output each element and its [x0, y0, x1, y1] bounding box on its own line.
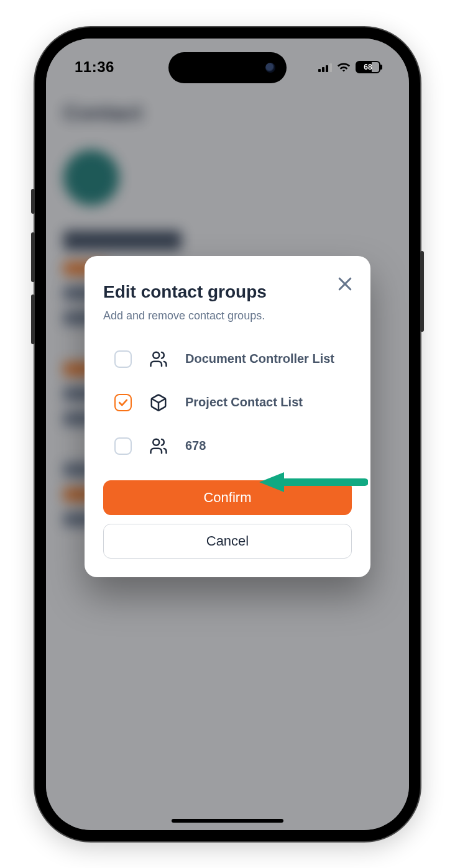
modal-subtitle: Add and remove contact groups. [103, 309, 352, 322]
dynamic-island [168, 52, 287, 83]
checkbox[interactable] [114, 350, 132, 368]
group-list: Document Controller List Project Contact… [114, 350, 352, 455]
people-icon [149, 350, 168, 368]
power-button [420, 251, 424, 332]
cancel-button[interactable]: Cancel [103, 524, 352, 559]
screen: 11:36 68 Contact [46, 39, 409, 830]
phone-frame: 11:36 68 Contact [35, 27, 420, 841]
battery-icon: 68 [356, 61, 380, 73]
group-label: 678 [185, 439, 206, 453]
group-label: Project Contact List [185, 395, 303, 409]
svg-point-2 [153, 352, 159, 358]
status-time: 11:36 [75, 58, 114, 76]
group-item-678[interactable]: 678 [114, 437, 352, 455]
group-item-project-contact[interactable]: Project Contact List [114, 393, 352, 412]
close-icon[interactable] [336, 275, 354, 293]
people-icon [149, 437, 168, 455]
svg-marker-6 [259, 472, 284, 492]
cellular-icon [318, 62, 332, 72]
modal-title: Edit contact groups [103, 282, 352, 302]
volume-down-button [31, 295, 35, 344]
home-indicator [172, 819, 283, 823]
checkbox[interactable] [114, 437, 132, 455]
edit-contact-groups-modal: Edit contact groups Add and remove conta… [85, 256, 370, 577]
volume-up-button [31, 232, 35, 282]
checkbox-checked[interactable] [114, 394, 132, 411]
annotation-arrow [256, 470, 368, 495]
group-label: Document Controller List [185, 352, 334, 366]
cube-icon [149, 393, 168, 412]
wifi-icon [337, 62, 351, 72]
svg-point-4 [153, 439, 159, 445]
group-item-document-controller[interactable]: Document Controller List [114, 350, 352, 368]
side-button [31, 189, 35, 214]
